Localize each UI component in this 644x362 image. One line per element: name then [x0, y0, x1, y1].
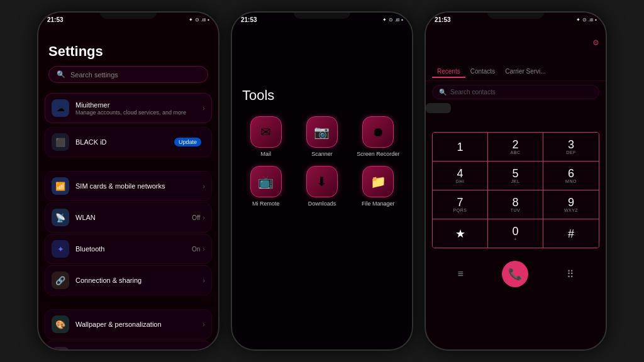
key-0[interactable]: 0 + — [488, 219, 543, 248]
miuithemer-sublabel: Manage accounts, cloud services, and mor… — [75, 109, 203, 116]
battery-icon-2: ▪ — [401, 17, 403, 23]
arrow-icon: › — [203, 277, 205, 284]
key-9[interactable]: 9 WXYZ — [543, 190, 599, 219]
settings-item-bluetooth[interactable]: ✦ Bluetooth On › — [45, 234, 212, 264]
tool-mi-remote[interactable]: 📺 Mi Remote — [242, 166, 289, 207]
bluetooth-value: On — [192, 246, 200, 253]
bluetooth-text: Bluetooth — [75, 245, 192, 253]
sim-icon: 📶 — [52, 177, 69, 195]
key-5[interactable]: 5 JKL — [488, 162, 543, 190]
tool-file-manager[interactable]: 📁 File Manager — [355, 166, 402, 207]
key-8[interactable]: 8 TUV — [488, 190, 543, 219]
dialer-bottom-nav: ≡ 📞 ⠿ — [426, 256, 606, 292]
wallpaper-text: Wallpaper & personalization — [75, 321, 203, 328]
mi-remote-icon: 📺 — [250, 166, 282, 197]
tool-mail[interactable]: ✉ Mail — [242, 116, 289, 157]
tab-contacts[interactable]: Contacts — [465, 66, 500, 78]
screen-recorder-icon: ⏺ — [362, 116, 394, 148]
wifi-icon-2: ⊙ — [389, 17, 393, 23]
key-6[interactable]: 6 MNO — [543, 162, 599, 190]
blackid-label: BLACK iD — [75, 138, 174, 146]
search-icon: 🔍 — [57, 70, 65, 79]
key-hash[interactable]: # — [543, 219, 599, 248]
key-4[interactable]: 4 GHI — [433, 162, 488, 190]
page-title: Settings — [48, 41, 208, 60]
scanner-icon: 📷 — [306, 116, 338, 148]
tab-carrier[interactable]: Carrier Servi... — [500, 66, 550, 78]
status-bar-1: 21:53 ✦ ⊙ .ill ▪ — [38, 13, 218, 25]
status-icons-2: ✦ ⊙ .ill ▪ — [382, 17, 403, 23]
connection-text: Connection & sharing — [75, 277, 203, 284]
settings-item-wallpaper[interactable]: 🎨 Wallpaper & personalization › — [45, 309, 212, 339]
wlan-text: WLAN — [75, 214, 192, 221]
status-time-3: 21:53 — [435, 16, 451, 23]
mi-remote-label: Mi Remote — [252, 200, 280, 207]
update-badge: Update — [174, 138, 201, 146]
connection-icon: 🔗 — [52, 272, 69, 289]
key-1[interactable]: 1 — [433, 133, 488, 162]
miuithemer-icon: ☁ — [52, 99, 69, 117]
tools-title: Tools — [242, 87, 402, 104]
key-2[interactable]: 2 ABC — [488, 133, 543, 162]
gear-icon[interactable]: ⚙ — [592, 38, 599, 47]
bluetooth-status-icon: ✦ — [189, 17, 193, 23]
arrow-icon: › — [203, 245, 205, 253]
status-icons-1: ✦ ⊙ .ill ▪ — [189, 17, 209, 23]
status-bar-3: 21:53 ✦ ⊙ .ill ▪ — [426, 13, 606, 25]
search-icon-dialer: 🔍 — [439, 89, 447, 96]
settings-item-display[interactable]: 🔒 Always-on display & Lock screen › — [45, 341, 212, 349]
downloads-label: Downloads — [308, 200, 336, 207]
phone-3: 🦋 21:53 ✦ ⊙ .ill ▪ ⚙ Recents Contacts Ca… — [425, 11, 607, 351]
tool-screen-recorder[interactable]: ⏺ Screen Recorder — [355, 116, 402, 157]
wlan-label: WLAN — [75, 214, 192, 221]
phone-2: 🦋 21:53 ✦ ⊙ .ill ▪ Tools ✉ Mail 📷 Scanne… — [231, 11, 413, 351]
settings-item-miuithemer[interactable]: ☁ Miuithemer Manage accounts, cloud serv… — [45, 93, 212, 123]
search-placeholder: Search settings — [70, 71, 118, 79]
tool-scanner[interactable]: 📷 Scanner — [298, 116, 345, 157]
settings-item-blackid[interactable]: ⬛ BLACK iD Update — [45, 127, 212, 157]
separator — [45, 158, 212, 170]
wlan-value: Off — [192, 214, 200, 221]
arrow-icon: › — [203, 182, 205, 190]
key-7[interactable]: 7 PQRS — [433, 190, 488, 219]
phone-1: 🦋 21:53 ✦ ⊙ .ill ▪ Settings 🔍 Search set… — [37, 11, 219, 351]
status-time-2: 21:53 — [241, 16, 257, 23]
settings-item-sim[interactable]: 📶 SIM cards & mobile networks › — [45, 171, 212, 201]
tab-recents[interactable]: Recents — [432, 66, 465, 78]
arrow-icon: › — [203, 104, 205, 112]
file-manager-icon: 📁 — [362, 166, 394, 197]
file-manager-label: File Manager — [362, 200, 395, 207]
wallpaper-label: Wallpaper & personalization — [75, 321, 203, 328]
wifi-status-icon: ⊙ — [195, 17, 199, 23]
keypad-grid: 1 2 ABC 3 DEF 4 GHI — [432, 132, 599, 248]
signal-icon: .ill — [201, 17, 206, 23]
status-icons-3: ✦ ⊙ .ill ▪ — [576, 17, 597, 23]
mail-label: Mail — [260, 151, 271, 157]
dialpad-icon[interactable]: ⠿ — [567, 268, 574, 280]
miuithemer-text: Miuithemer Manage accounts, cloud servic… — [75, 101, 203, 116]
tool-downloads[interactable]: ⬇ Downloads — [298, 166, 345, 207]
arrow-icon: › — [203, 321, 205, 328]
sim-text: SIM cards & mobile networks — [75, 182, 203, 190]
key-star[interactable]: ★ — [433, 219, 488, 248]
key-3[interactable]: 3 DEF — [543, 133, 599, 162]
settings-list: ☁ Miuithemer Manage accounts, cloud serv… — [38, 88, 218, 349]
wlan-icon: 📡 — [52, 209, 69, 226]
blackid-icon: ⬛ — [52, 133, 69, 151]
downloads-icon: ⬇ — [306, 166, 338, 197]
settings-header: Settings 🔍 Search settings — [38, 25, 218, 88]
settings-item-wlan[interactable]: 📡 WLAN Off › — [45, 202, 212, 233]
arrow-icon: › — [203, 214, 205, 221]
scanner-label: Scanner — [311, 151, 333, 157]
settings-item-connection[interactable]: 🔗 Connection & sharing › — [45, 265, 212, 295]
display-icon: 🔒 — [52, 347, 69, 349]
call-button[interactable]: 📞 — [502, 261, 528, 287]
signal-icon-2: .ill — [395, 17, 400, 23]
sim-label: SIM cards & mobile networks — [75, 182, 203, 190]
dialer-main: ⚙ Recents Contacts Carrier Servi... 🔍 Se… — [426, 25, 606, 292]
settings-screen: 21:53 ✦ ⊙ .ill ▪ Settings 🔍 Search setti… — [38, 13, 218, 349]
search-bar[interactable]: 🔍 Search settings — [48, 66, 208, 83]
dialer-search-bar[interactable]: 🔍 Search contacts — [432, 85, 599, 99]
search-contacts-placeholder: Search contacts — [450, 89, 496, 96]
menu-icon[interactable]: ≡ — [457, 268, 463, 280]
